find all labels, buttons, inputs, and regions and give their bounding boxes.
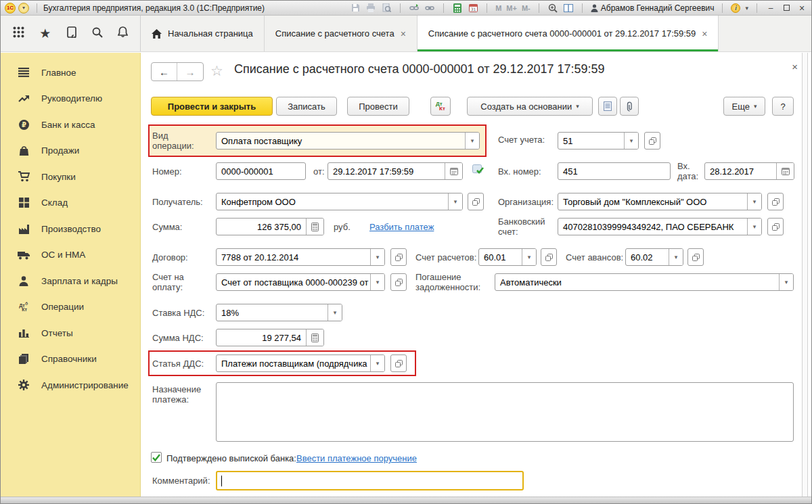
search-icon[interactable]: [92, 27, 103, 41]
sections-menu-icon[interactable]: [13, 26, 24, 41]
memory-m-plus-button[interactable]: M+: [506, 4, 517, 12]
dropdown-button[interactable]: ▾: [669, 249, 683, 265]
dropdown-button[interactable]: ▾: [747, 193, 761, 210]
organization-field[interactable]: Торговый дом "Комплексный" ООО ▾: [558, 193, 762, 210]
tab-spisanie-list[interactable]: Списание с расчетного счета ×: [265, 16, 418, 51]
close-form-button[interactable]: ×: [792, 61, 798, 72]
forward-button[interactable]: →: [177, 63, 203, 81]
minimize-button[interactable]: –: [765, 3, 776, 13]
tab-close-icon[interactable]: ×: [401, 29, 406, 39]
amount-field[interactable]: 126 375,00: [216, 218, 324, 235]
payee-field[interactable]: Конфетпром ООО ▾: [216, 193, 463, 210]
post-and-close-button[interactable]: Провести и закрыть: [151, 97, 273, 116]
attachments-button[interactable]: [620, 97, 639, 116]
operation-type-field[interactable]: Оплата поставщику ▾: [216, 132, 480, 150]
document-posted-icon[interactable]: [472, 164, 484, 178]
tab-spisanie-document[interactable]: Списание с расчетного счета 0000-000001 …: [418, 16, 719, 51]
sidebar-item-proizvodstvo[interactable]: Производство: [1, 216, 140, 242]
calendar-picker-button[interactable]: [776, 163, 794, 179]
open-invoice-button[interactable]: [390, 273, 407, 291]
notifications-icon[interactable]: [118, 26, 128, 41]
sidebar-item-otchety[interactable]: Отчеты: [1, 320, 140, 346]
contract-field[interactable]: 7788 от 20.12.2014 ▾: [216, 248, 385, 266]
open-cashflow-item-button[interactable]: [390, 354, 407, 372]
calendar-picker-button[interactable]: [445, 163, 462, 179]
more-button[interactable]: Еще▾: [723, 97, 765, 116]
confirmed-checkbox-label[interactable]: Подтверждено выпиской банка:: [166, 453, 296, 463]
open-bank-account-button[interactable]: [767, 218, 784, 235]
account-field[interactable]: 51 ▾: [558, 132, 639, 150]
vat-rate-field[interactable]: 18% ▾: [216, 304, 342, 321]
split-payment-link[interactable]: Разбить платеж: [369, 222, 434, 232]
dropdown-button[interactable]: ▾: [328, 304, 342, 321]
go-link-icon[interactable]: [424, 3, 435, 13]
dropdown-button[interactable]: ▾: [779, 274, 793, 290]
dropdown-button[interactable]: ▾: [370, 249, 384, 265]
show-postings-button[interactable]: ДтКт: [430, 97, 451, 116]
memory-m-button[interactable]: M: [495, 4, 501, 12]
help-button[interactable]: ?: [772, 97, 794, 116]
memory-m-minus-button[interactable]: M-: [522, 4, 531, 12]
open-advance-account-button[interactable]: [687, 248, 704, 266]
info-icon[interactable]: i: [731, 3, 740, 13]
main-menu-button[interactable]: ▾: [18, 3, 29, 14]
incoming-date-field[interactable]: 28.12.2017: [704, 162, 794, 180]
sidebar-item-glavnoe[interactable]: Главное: [1, 60, 140, 86]
favorite-star-icon[interactable]: ☆: [210, 63, 223, 79]
sidebar-item-rukovoditelyu[interactable]: Руководителю: [1, 86, 140, 112]
dropdown-button[interactable]: ▾: [522, 249, 536, 265]
enter-payment-order-link[interactable]: Ввести платежное поручение: [296, 453, 417, 463]
zoom-icon[interactable]: [547, 3, 558, 13]
number-field[interactable]: 0000-000001: [216, 162, 306, 180]
open-payee-button[interactable]: [468, 193, 484, 210]
open-settlement-account-button[interactable]: [541, 248, 557, 266]
get-link-icon[interactable]: [409, 3, 420, 13]
calculator-button[interactable]: [306, 219, 323, 235]
vertical-scrollbar[interactable]: [802, 53, 808, 497]
settlement-account-field[interactable]: 60.01 ▾: [478, 248, 537, 266]
dropdown-button[interactable]: ▾: [370, 274, 384, 290]
dropdown-button[interactable]: ▾: [465, 133, 479, 149]
advance-account-field[interactable]: 60.02 ▾: [625, 248, 683, 266]
print-document-button[interactable]: [598, 97, 617, 116]
dropdown-button[interactable]: ▾: [747, 219, 761, 235]
info-caret-icon[interactable]: ▾: [745, 5, 748, 12]
calendar-icon[interactable]: 31: [468, 3, 478, 13]
close-window-button[interactable]: ×: [796, 3, 807, 14]
open-contract-button[interactable]: [390, 248, 407, 266]
open-account-button[interactable]: [644, 132, 660, 150]
confirmed-checkbox[interactable]: [151, 452, 162, 463]
calculator-icon[interactable]: [452, 3, 463, 13]
dropdown-button[interactable]: ▾: [624, 133, 638, 149]
sidebar-item-spravochniki[interactable]: Справочники: [1, 346, 140, 373]
save-icon[interactable]: [350, 3, 361, 13]
sidebar-item-sklad[interactable]: Склад: [1, 190, 140, 216]
calculator-button[interactable]: [306, 329, 323, 346]
back-button[interactable]: ←: [152, 63, 177, 81]
create-based-on-button[interactable]: Создать на основании▾: [467, 97, 593, 116]
sidebar-item-os-nma[interactable]: ОС и НМА: [1, 242, 140, 269]
open-organization-button[interactable]: [767, 193, 784, 210]
sidebar-item-prodazhi[interactable]: Продажи: [1, 138, 140, 164]
print-icon[interactable]: [365, 3, 376, 13]
sidebar-item-bank-kassa[interactable]: ₽ Банк и касса: [1, 112, 140, 138]
incoming-number-field[interactable]: 451: [558, 162, 671, 180]
invoice-field[interactable]: Счет от поставщика 0000-000239 от ▾: [216, 273, 385, 291]
sidebar-item-operacii[interactable]: Дт⥀Кт Операции: [1, 294, 140, 321]
split-window-icon[interactable]: [563, 3, 574, 13]
payment-purpose-textarea[interactable]: [216, 382, 794, 442]
sidebar-item-zarplata-kadry[interactable]: Зарплата и кадры: [1, 268, 140, 294]
date-field[interactable]: 29.12.2017 17:59:59: [328, 162, 463, 180]
debt-repayment-field[interactable]: Автоматически ▾: [495, 273, 794, 291]
favorites-icon[interactable]: ★: [39, 27, 51, 40]
history-icon[interactable]: [66, 26, 77, 41]
current-user[interactable]: Абрамов Геннадий Сергеевич: [591, 3, 715, 13]
sidebar-item-pokupki[interactable]: Покупки: [1, 164, 140, 190]
print-preview-icon[interactable]: [381, 3, 392, 13]
tab-close-icon[interactable]: ×: [702, 29, 707, 39]
cashflow-item-field[interactable]: Платежи поставщикам (подрядчика ▾: [216, 354, 385, 372]
dropdown-button[interactable]: ▾: [370, 355, 384, 371]
dropdown-button[interactable]: ▾: [448, 193, 462, 210]
tab-home[interactable]: Начальная страница: [141, 16, 265, 51]
bank-account-field[interactable]: 40702810399994349242, ПАО СБЕРБАНК ▾: [558, 218, 762, 235]
